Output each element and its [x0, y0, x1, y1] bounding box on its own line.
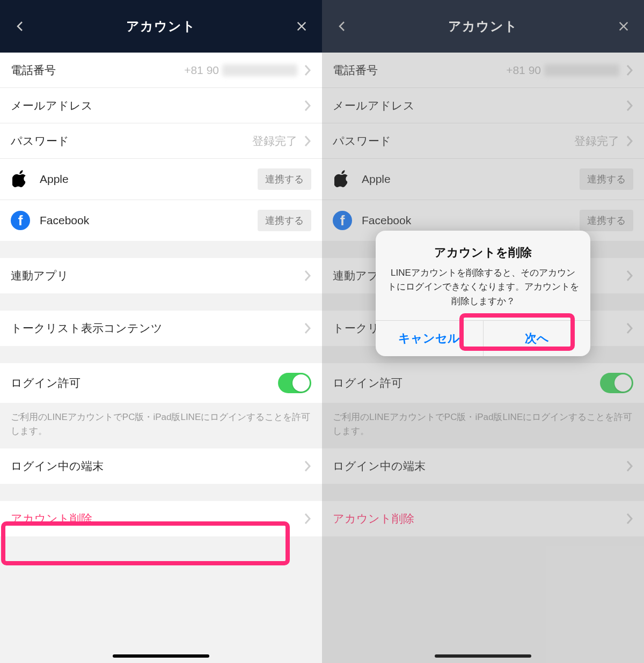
- row-password[interactable]: パスワード 登録完了: [322, 123, 644, 159]
- facebook-icon: f: [11, 211, 30, 230]
- row-label: アカウント削除: [11, 511, 92, 526]
- row-delete-account[interactable]: アカウント削除: [322, 501, 644, 536]
- chevron-right-icon: [626, 512, 633, 525]
- chevron-right-icon: [304, 99, 311, 112]
- row-email[interactable]: メールアドレス: [322, 88, 644, 123]
- row-label: ログイン許可: [333, 375, 402, 391]
- home-indicator: [435, 654, 531, 658]
- apple-icon: [11, 170, 30, 189]
- page-title: アカウント: [353, 18, 613, 35]
- row-label: パスワード: [11, 134, 69, 149]
- row-label: ログイン許可: [11, 375, 80, 391]
- alert-message: LINEアカウントを削除すると、そのアカウントにログインできなくなります。アカウ…: [386, 266, 580, 308]
- link-button-facebook[interactable]: 連携する: [258, 210, 311, 231]
- screen-right: アカウント 電話番号 +81 90 メールアドレス パスワード 登録完: [322, 0, 644, 663]
- row-apple: Apple 連携する: [322, 159, 644, 200]
- row-login-allow: ログイン許可: [0, 363, 322, 403]
- row-label: Facebook: [362, 214, 411, 227]
- chevron-right-icon: [304, 135, 311, 148]
- row-label: Apple: [362, 173, 391, 186]
- row-label: メールアドレス: [11, 98, 93, 113]
- close-icon[interactable]: [291, 16, 312, 37]
- chevron-right-icon: [304, 269, 311, 282]
- chevron-right-icon: [626, 460, 633, 473]
- link-button-apple[interactable]: 連携する: [258, 168, 311, 190]
- chevron-right-icon: [304, 512, 311, 525]
- row-email[interactable]: メールアドレス: [0, 88, 322, 123]
- chevron-right-icon: [626, 135, 633, 148]
- back-icon[interactable]: [332, 16, 353, 37]
- row-label: Apple: [40, 173, 69, 186]
- row-value: 登録完了: [574, 134, 619, 149]
- row-label: ログイン中の端末: [333, 459, 426, 474]
- chevron-right-icon: [626, 269, 633, 282]
- link-button-apple[interactable]: 連携する: [580, 168, 633, 190]
- chevron-right-icon: [626, 99, 633, 112]
- back-icon[interactable]: [10, 16, 31, 37]
- row-label: アカウント削除: [333, 511, 414, 526]
- row-logged-in-devices[interactable]: ログイン中の端末: [322, 448, 644, 484]
- row-apple: Apple 連携する: [0, 159, 322, 200]
- row-value: +81 90: [506, 64, 619, 77]
- chevron-right-icon: [304, 322, 311, 335]
- chevron-right-icon: [304, 64, 311, 77]
- row-facebook: f Facebook 連携する: [0, 200, 322, 241]
- row-label: パスワード: [333, 134, 391, 149]
- screen-left: アカウント 電話番号 +81 90 メールアドレス パスワード 登録完: [0, 0, 322, 663]
- row-label: 連動アプリ: [11, 268, 69, 283]
- row-label: 電話番号: [333, 63, 378, 78]
- chevron-right-icon: [626, 322, 633, 335]
- row-phone[interactable]: 電話番号 +81 90: [322, 53, 644, 88]
- row-talklist[interactable]: トークリスト表示コンテンツ: [0, 311, 322, 346]
- row-delete-account[interactable]: アカウント削除: [0, 501, 322, 536]
- close-icon[interactable]: [613, 16, 634, 37]
- row-value: +81 90: [184, 64, 297, 77]
- row-value: 登録完了: [252, 134, 297, 149]
- page-title: アカウント: [31, 18, 291, 35]
- home-indicator: [113, 654, 209, 658]
- row-logged-in-devices[interactable]: ログイン中の端末: [0, 448, 322, 484]
- header: アカウント: [0, 0, 322, 53]
- row-linked-apps[interactable]: 連動アプリ: [0, 258, 322, 293]
- row-label: トークリスト表示コンテンツ: [11, 321, 163, 336]
- chevron-right-icon: [626, 64, 633, 77]
- row-label: ログイン中の端末: [11, 459, 104, 474]
- alert-delete-account: アカウントを削除 LINEアカウントを削除すると、そのアカウントにログインできな…: [376, 231, 590, 356]
- login-allow-footnote: ご利用のLINEアカウントでPC版・iPad版LINEにログインすることを許可し…: [0, 403, 322, 448]
- row-label: メールアドレス: [333, 98, 415, 113]
- row-phone[interactable]: 電話番号 +81 90: [0, 53, 322, 88]
- row-label: Facebook: [40, 214, 89, 227]
- login-allow-footnote: ご利用のLINEアカウントでPC版・iPad版LINEにログインすることを許可し…: [322, 403, 644, 448]
- alert-cancel-button[interactable]: キャンセル: [376, 321, 483, 356]
- header: アカウント: [322, 0, 644, 53]
- apple-icon: [333, 170, 352, 189]
- row-login-allow: ログイン許可: [322, 363, 644, 403]
- alert-title: アカウントを削除: [386, 245, 580, 261]
- login-allow-toggle[interactable]: [600, 373, 633, 393]
- alert-next-button[interactable]: 次へ: [483, 321, 591, 356]
- facebook-icon: f: [333, 211, 352, 230]
- login-allow-toggle[interactable]: [278, 373, 311, 393]
- row-password[interactable]: パスワード 登録完了: [0, 123, 322, 159]
- link-button-facebook[interactable]: 連携する: [580, 210, 633, 231]
- chevron-right-icon: [304, 460, 311, 473]
- row-label: 電話番号: [11, 63, 56, 78]
